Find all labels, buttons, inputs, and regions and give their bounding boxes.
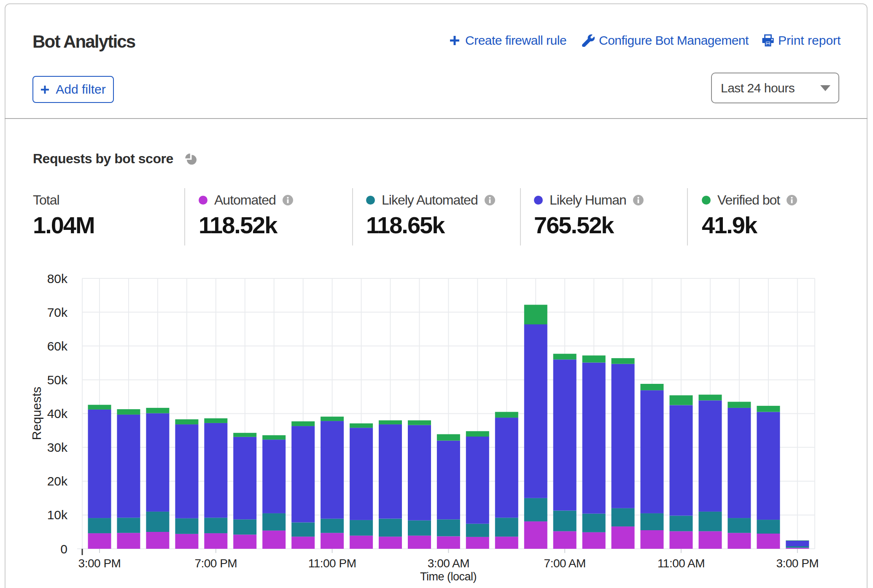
svg-text:7:00 AM: 7:00 AM [544,557,586,570]
svg-text:11:00 PM: 11:00 PM [308,557,356,570]
svg-text:40k: 40k [47,407,68,421]
svg-text:30k: 30k [47,440,68,454]
svg-text:3:00 AM: 3:00 AM [428,557,469,570]
svg-text:11:00 AM: 11:00 AM [657,557,705,570]
svg-text:Requests: Requests [30,387,43,440]
svg-text:3:00 PM: 3:00 PM [78,557,121,570]
svg-text:0: 0 [60,542,67,556]
svg-text:80k: 80k [47,272,68,286]
svg-text:7:00 PM: 7:00 PM [194,557,237,570]
svg-text:70k: 70k [47,305,68,319]
svg-text:3:00 PM: 3:00 PM [776,557,819,570]
svg-text:20k: 20k [47,474,68,488]
svg-text:10k: 10k [47,508,68,522]
svg-text:60k: 60k [47,339,68,353]
svg-text:50k: 50k [47,373,68,387]
svg-text:Time (local): Time (local) [420,570,477,583]
